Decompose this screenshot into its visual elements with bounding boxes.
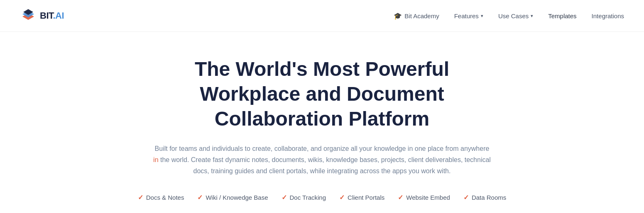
check-icon: ✓ bbox=[398, 194, 403, 201]
main-nav: 🎓 Bit Academy Features ▾ Use Cases ▾ Tem… bbox=[394, 12, 624, 20]
academy-icon: 🎓 bbox=[394, 12, 402, 20]
nav-integrations[interactable]: Integrations bbox=[592, 12, 624, 19]
feature-label: Wiki / Knowedge Base bbox=[206, 194, 268, 201]
feature-label: Doc Tracking bbox=[290, 194, 326, 201]
feature-label: Client Portals bbox=[348, 194, 384, 201]
use-cases-chevron-icon: ▾ bbox=[531, 13, 533, 19]
features-row: ✓Docs & Notes✓Wiki / Knowedge Base✓Doc T… bbox=[138, 194, 507, 201]
check-icon: ✓ bbox=[463, 194, 469, 201]
feature-label: Docs & Notes bbox=[146, 194, 184, 201]
feature-pill: ✓Client Portals bbox=[339, 194, 384, 201]
nav-features[interactable]: Features ▾ bbox=[454, 12, 483, 19]
feature-label: Website Embed bbox=[406, 194, 450, 201]
nav-use-cases[interactable]: Use Cases ▾ bbox=[498, 12, 533, 19]
hero-subtitle: Built for teams and individuals to creat… bbox=[152, 143, 492, 177]
check-icon: ✓ bbox=[138, 194, 143, 201]
feature-pill: ✓Doc Tracking bbox=[282, 194, 326, 201]
highlight-word: in bbox=[153, 156, 158, 163]
hero-title: The World's Most Powerful Workplace and … bbox=[135, 57, 509, 131]
logo[interactable]: BIT.AI bbox=[20, 7, 64, 24]
feature-label: Data Rooms bbox=[472, 194, 506, 201]
check-icon: ✓ bbox=[339, 194, 345, 201]
check-icon: ✓ bbox=[197, 194, 203, 201]
nav-academy[interactable]: 🎓 Bit Academy bbox=[394, 12, 439, 20]
features-chevron-icon: ▾ bbox=[481, 13, 483, 19]
feature-pill: ✓Docs & Notes bbox=[138, 194, 184, 201]
check-icon: ✓ bbox=[282, 194, 287, 201]
logo-icon bbox=[20, 7, 37, 24]
site-header: BIT.AI 🎓 Bit Academy Features ▾ Use Case… bbox=[0, 0, 644, 32]
hero-section: The World's Most Powerful Workplace and … bbox=[0, 32, 644, 213]
nav-templates[interactable]: Templates bbox=[548, 12, 576, 19]
feature-pill: ✓Website Embed bbox=[398, 194, 450, 201]
logo-text: BIT.AI bbox=[40, 10, 64, 21]
feature-pill: ✓Wiki / Knowedge Base bbox=[197, 194, 268, 201]
feature-pill: ✓Data Rooms bbox=[463, 194, 506, 201]
